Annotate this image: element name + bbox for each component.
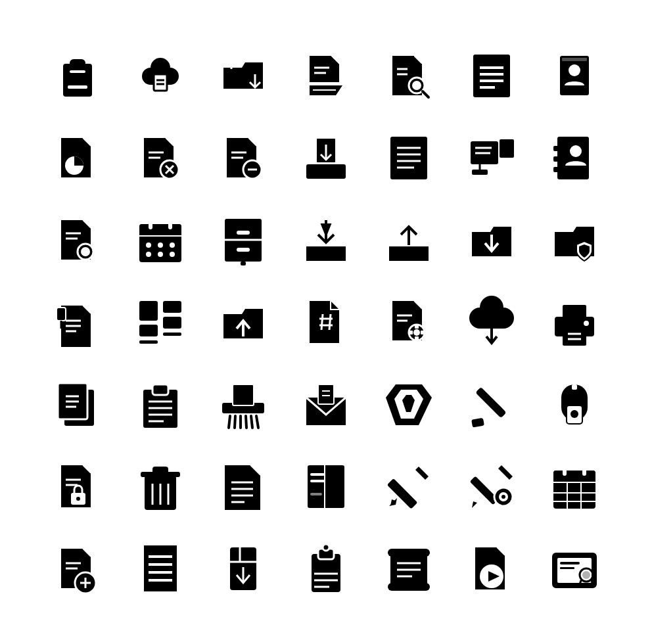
- svg-rect-39: [390, 137, 427, 179]
- svg-rect-157: [310, 493, 322, 495]
- svg-point-64: [146, 242, 151, 248]
- svg-rect-81: [57, 308, 66, 321]
- dashboard-icon: [119, 281, 202, 363]
- document-lines2-icon: [119, 528, 202, 610]
- svg-rect-73: [237, 248, 250, 252]
- svg-rect-131: [475, 387, 506, 418]
- svg-rect-46: [472, 170, 488, 175]
- svg-line-126: [251, 416, 252, 428]
- svg-line-123: [235, 416, 235, 428]
- svg-rect-156: [310, 480, 325, 482]
- svg-point-97: [413, 329, 420, 336]
- svg-point-140: [76, 497, 80, 501]
- svg-rect-83: [139, 301, 158, 321]
- svg-rect-51: [553, 146, 560, 151]
- document-minus-icon: [202, 117, 285, 199]
- svg-rect-72: [237, 231, 250, 235]
- svg-point-205: [582, 571, 590, 579]
- document-inbox-icon: [285, 117, 367, 199]
- svg-rect-47: [500, 139, 514, 158]
- svg-rect-101: [421, 331, 425, 334]
- id-badge-icon: [285, 528, 367, 610]
- svg-rect-202: [560, 562, 580, 564]
- usb-drive-icon: [533, 363, 616, 446]
- svg-rect-99: [415, 336, 419, 340]
- document-broken-icon: [285, 35, 367, 117]
- certificate-icon: [533, 528, 616, 610]
- contact-book-icon: [533, 117, 616, 199]
- calendar-icon: [119, 199, 202, 281]
- folder-download-icon: [450, 199, 533, 281]
- svg-point-67: [146, 252, 151, 257]
- svg-rect-167: [582, 467, 586, 476]
- svg-rect-164: [553, 471, 595, 482]
- cloud-document-icon: [119, 35, 202, 117]
- scroll-document-icon: [367, 528, 450, 610]
- document-search-icon: [367, 35, 450, 117]
- pencil-icon: [367, 446, 450, 528]
- svg-rect-121: [233, 384, 254, 405]
- svg-rect-104: [563, 305, 586, 319]
- icon-grid: [36, 35, 616, 610]
- document-text-icon: [202, 446, 285, 528]
- svg-line-92: [321, 314, 323, 330]
- svg-rect-86: [139, 325, 158, 336]
- svg-line-127: [256, 416, 258, 428]
- svg-rect-201: [557, 558, 592, 583]
- clipboard-icon: [119, 363, 202, 446]
- svg-point-135: [570, 410, 578, 418]
- svg-rect-50: [557, 137, 589, 179]
- cloud-download-icon: [450, 281, 533, 363]
- svg-rect-128: [318, 384, 334, 404]
- svg-rect-143: [152, 467, 168, 474]
- svg-point-13: [412, 81, 421, 90]
- svg-rect-132: [471, 418, 484, 428]
- svg-point-66: [170, 242, 175, 248]
- svg-rect-192: [388, 549, 430, 557]
- copy-document-icon: [36, 363, 119, 446]
- document-video-icon: [450, 528, 533, 610]
- svg-line-125: [246, 416, 246, 428]
- file-cabinet-icon: [202, 199, 285, 281]
- svg-rect-24: [562, 58, 587, 61]
- calendar-grid-icon: [533, 446, 616, 528]
- svg-rect-53: [553, 167, 560, 172]
- folder-shield-icon: [533, 199, 616, 281]
- document-add-icon: [36, 528, 119, 610]
- svg-point-108: [584, 321, 589, 326]
- document-pie-icon: [36, 117, 119, 199]
- svg-rect-136: [572, 384, 577, 390]
- svg-rect-74: [241, 262, 246, 265]
- document-lock-icon: [36, 446, 119, 528]
- svg-rect-52: [553, 156, 560, 162]
- folder-upload-icon: [202, 281, 285, 363]
- svg-point-187: [323, 544, 329, 551]
- document-cancel-icon: [119, 117, 202, 199]
- svg-rect-85: [163, 317, 181, 329]
- svg-rect-87: [139, 340, 158, 344]
- print-document-icon: [533, 281, 616, 363]
- stacked-pages-icon: [367, 363, 450, 446]
- pen-settings-icon: [450, 446, 533, 528]
- svg-rect-155: [310, 473, 325, 476]
- document-hash-icon: [285, 281, 367, 363]
- document-stamp-icon: [36, 199, 119, 281]
- svg-rect-0: [63, 64, 92, 97]
- inbox-download-icon: [285, 199, 367, 281]
- svg-point-68: [158, 252, 163, 257]
- svg-rect-88: [163, 333, 181, 336]
- backpack-document-icon: [36, 35, 119, 117]
- svg-point-65: [158, 242, 163, 248]
- svg-point-58: [81, 247, 90, 256]
- svg-point-69: [170, 252, 175, 257]
- svg-rect-115: [152, 384, 168, 395]
- svg-rect-98: [415, 325, 419, 329]
- svg-rect-60: [139, 224, 181, 236]
- svg-rect-17: [473, 55, 510, 97]
- svg-rect-63: [168, 220, 172, 229]
- svg-rect-62: [149, 220, 152, 229]
- svg-rect-1: [70, 59, 85, 67]
- svg-line-122: [229, 416, 230, 428]
- svg-rect-153: [323, 465, 329, 508]
- svg-rect-84: [163, 301, 181, 313]
